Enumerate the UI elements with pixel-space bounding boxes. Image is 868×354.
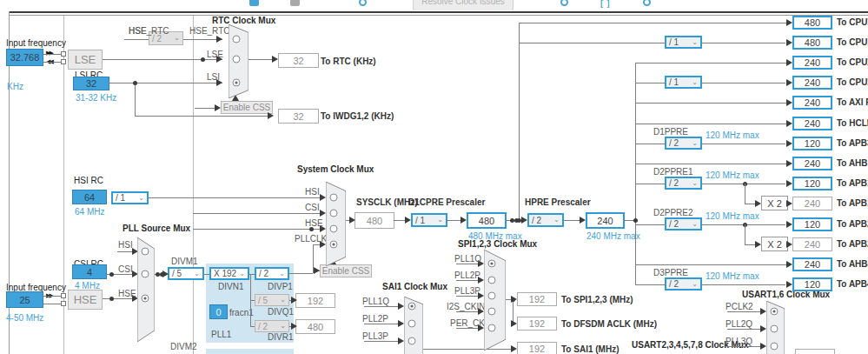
wire [456,280,478,281]
d2ppre1-dropdown[interactable]: / 2⌄ [665,177,702,190]
d2ppre2-dropdown[interactable]: / 2⌄ [665,217,702,230]
lse-source-button[interactable]: LSE [68,50,103,70]
mux-radio[interactable] [771,325,778,332]
mux-radio[interactable] [408,337,415,344]
wire-label: PLLCLK [295,234,327,244]
rtc-enable-css-button[interactable]: Enable CSS [221,101,273,114]
download-icon[interactable] [249,0,259,6]
zoom-out-icon[interactable] [560,0,568,6]
hsi-divider-dropdown[interactable]: / 1⌄ [111,191,149,204]
save-icon[interactable] [290,0,300,6]
hpre-output-box[interactable]: 240 [586,212,625,229]
clock-output-box[interactable]: 120 [792,177,832,190]
system-enable-css-button[interactable]: Enable CSS [320,264,372,277]
mux-radio[interactable] [233,36,240,43]
mux-radio[interactable] [488,324,495,331]
d1cpre-output-box[interactable]: 480 [467,212,507,229]
divp1-value: / 2 [259,269,268,278]
clock-output-box[interactable]: 240 [792,117,832,130]
arrow-right-icon [786,19,792,26]
clock-output-box[interactable]: 240 [792,157,832,170]
clock-output-box[interactable]: 120 [792,217,832,231]
clock-output-box[interactable]: 120 [792,277,832,291]
wire-label: HSE [305,218,323,228]
system-clock-mux[interactable] [326,182,346,266]
fracn1-field[interactable]: 0 [209,304,228,319]
arrow-right-icon [398,320,404,327]
mux-radio[interactable] [330,225,337,232]
mux-radio[interactable] [142,271,149,277]
rtc-clock-mux[interactable] [229,24,248,98]
refresh-icon[interactable] [359,0,367,6]
divp1-dropdown[interactable]: / 2⌄ [255,267,289,280]
mux-radio[interactable] [330,210,337,217]
arrow-right-icon [786,79,792,86]
divm1-dropdown[interactable]: / 5⌄ [168,267,204,280]
divr1-dropdown[interactable]: / 2⌄ [255,320,289,332]
arrow-right-icon [755,200,761,207]
mux-radio[interactable] [233,56,240,63]
lsi-value-field[interactable]: 32 [73,77,109,90]
divr1-value: / 2 [258,322,268,331]
wire [745,224,745,244]
d1ppre-dropdown[interactable]: / 2⌄ [665,137,702,150]
clock-output-label: To APB3 Peripheral Clocks (MHz) [837,138,868,148]
arrow-right-icon [216,36,222,43]
wire [635,63,636,285]
spi123-clock-mux[interactable] [484,250,506,351]
systick2-dropdown[interactable]: / 1⌄ [665,76,702,89]
hse-source-button[interactable]: HSE [68,290,103,310]
clock-output-box[interactable]: 480 [792,16,832,30]
clock-output-box[interactable]: 240 [792,76,832,90]
wire [745,184,745,204]
mux-radio[interactable] [488,292,495,299]
fit-to-window-icon[interactable]: [ ] [600,0,611,8]
wire [43,296,61,297]
wire-label: HSI [118,240,133,250]
systick1-dropdown[interactable]: / 1⌄ [665,36,702,49]
mux-radio[interactable] [488,308,495,315]
mux-radio[interactable] [488,277,495,284]
clock-output-box[interactable]: 120 [792,137,832,150]
clock-output-label: To AXI Peripheral Clocks (MHz) [837,97,868,107]
lse-input-frequency-field[interactable]: 32.768 [6,49,43,66]
wire-label: LSE [207,50,223,59]
mux-radio[interactable] [142,248,149,255]
clock-output-box[interactable]: 240 [792,56,832,70]
resolve-clock-issues-button[interactable]: Resolve Clock Issues [413,0,514,10]
wire [135,83,136,117]
mux-radio[interactable] [771,343,778,350]
d1cpre-dropdown[interactable]: / 1⌄ [411,213,447,227]
arrow-right-icon [511,345,517,352]
arrow-right-icon [580,217,586,224]
d1cpre-label: D1CPRE Prescaler [408,197,485,207]
clock-output-box: 240 [792,237,832,251]
hsi-value-field[interactable]: 64 [72,190,107,204]
clock-output-box[interactable]: 240 [792,257,832,271]
arrow-right-icon [786,180,792,187]
clock-output-box[interactable]: 480 [792,36,832,50]
hpre-dropdown[interactable]: / 2⌄ [527,213,564,227]
clock-output-box[interactable]: 240 [792,96,832,110]
wire [519,23,786,23]
csi-value-field[interactable]: 4 [72,264,107,279]
sai1-output-box: 192 [517,342,557,354]
mux-radio[interactable] [330,194,337,201]
divn1-dropdown[interactable]: X 192⌄ [209,267,249,280]
arrow-right-icon [786,160,792,167]
mux-radio-selected-icon [332,243,335,245]
usart16-clock-mux[interactable] [766,301,785,354]
osc32-out-pin [61,59,66,64]
hse-input-frequency-field[interactable]: 25 [6,291,43,308]
sai1-clock-mux[interactable] [404,297,423,354]
divm1-label: DIVM1 [171,257,198,266]
pll-source-mux[interactable] [137,237,155,342]
zoom-in-icon[interactable] [643,0,651,6]
d3ppre-dropdown[interactable]: / 2⌄ [665,277,702,291]
divq1-dropdown[interactable]: / 5⌄ [255,294,289,306]
chevron-down-icon: ⌄ [692,39,698,46]
arrow-right-icon [786,200,792,207]
mux-radio[interactable] [408,320,415,327]
d2ppre2-label: D2PPRE2 [653,208,693,217]
arrow-right-icon [511,320,517,327]
